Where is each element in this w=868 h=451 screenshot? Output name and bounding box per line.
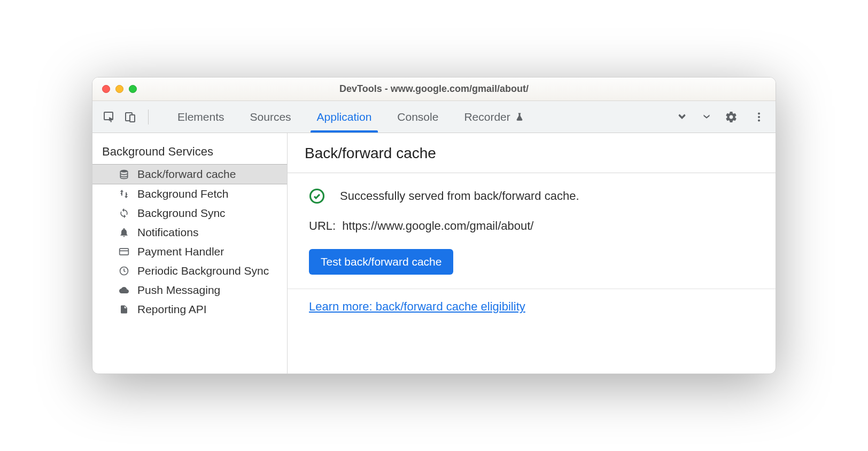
learn-more-section: Learn more: back/forward cache eligibili… [288,289,776,324]
sidebar-item-label: Back/forward cache [137,168,236,181]
url-label: URL: [309,219,336,233]
panel-tabs: Elements Sources Application Console Rec… [165,101,537,133]
transfer-icon [118,188,130,200]
sidebar-item-notifications[interactable]: Notifications [92,223,287,242]
sidebar-item-periodic-sync[interactable]: Periodic Background Sync [92,261,287,281]
svg-rect-7 [120,248,129,255]
bell-icon [118,227,130,238]
sidebar-item-label: Payment Handler [137,245,224,258]
tab-label: Elements [177,111,224,123]
status-row: Successfully served from back/forward ca… [309,188,754,204]
flask-icon [515,112,524,122]
button-label: Test back/forward cache [321,255,441,268]
sidebar-item-label: Background Sync [137,207,226,220]
panel-content: Background Services Back/forward cache B… [92,133,776,374]
tab-label: Console [397,111,438,123]
check-circle-icon [309,188,325,204]
devtools-toolbar: Elements Sources Application Console Rec… [92,101,776,133]
learn-more-link[interactable]: Learn more: back/forward cache eligibili… [309,300,525,313]
url-value: https://www.google.com/gmail/about/ [342,219,533,233]
sidebar-item-push-messaging[interactable]: Push Messaging [92,281,287,300]
minimize-window-button[interactable] [115,85,123,93]
database-icon [118,168,130,180]
svg-point-4 [758,115,760,118]
tab-elements[interactable]: Elements [165,101,237,133]
zoom-window-button[interactable] [129,85,137,93]
tab-label: Sources [250,111,291,123]
toolbar-separator [148,110,149,125]
kebab-menu-icon[interactable] [750,108,768,126]
panel-heading: Back/forward cache [288,133,776,173]
main-panel: Back/forward cache Successfully served f… [288,133,776,374]
clock-icon [118,265,130,277]
more-tabs-icon[interactable] [673,108,691,126]
svg-point-5 [758,119,760,121]
url-row: URL: https://www.google.com/gmail/about/ [309,219,754,233]
sidebar-item-payment-handler[interactable]: Payment Handler [92,242,287,261]
inspect-element-icon[interactable] [100,108,118,126]
status-message: Successfully served from back/forward ca… [340,189,579,203]
svg-point-6 [120,170,127,173]
tab-label: Application [317,111,372,123]
sidebar-item-label: Push Messaging [137,284,220,297]
tab-sources[interactable]: Sources [237,101,304,133]
sidebar-item-label: Reporting API [137,303,207,316]
application-sidebar: Background Services Back/forward cache B… [92,133,288,374]
test-bfcache-button[interactable]: Test back/forward cache [309,249,453,275]
tab-label: Recorder [464,111,510,123]
sync-icon [118,207,130,219]
close-window-button[interactable] [102,85,110,93]
file-icon [118,304,130,315]
tab-recorder[interactable]: Recorder [451,101,537,133]
sidebar-item-label: Notifications [137,226,198,239]
window-controls [92,85,137,93]
settings-gear-icon[interactable] [722,108,740,126]
svg-rect-2 [130,115,135,122]
more-tabs-chevron-icon[interactable] [701,111,712,123]
window-title: DevTools - www.google.com/gmail/about/ [92,83,776,95]
sidebar-section-header: Background Services [92,141,287,164]
sidebar-item-reporting-api[interactable]: Reporting API [92,300,287,319]
tab-application[interactable]: Application [304,101,385,133]
sidebar-item-background-sync[interactable]: Background Sync [92,204,287,223]
sidebar-item-label: Periodic Background Sync [137,265,269,277]
tab-console[interactable]: Console [384,101,451,133]
device-toggle-icon[interactable] [121,108,140,126]
sidebar-item-label: Background Fetch [137,188,228,200]
devtools-window: DevTools - www.google.com/gmail/about/ E… [92,77,776,374]
sidebar-item-bfcache[interactable]: Back/forward cache [92,164,287,184]
credit-card-icon [118,246,130,258]
sidebar-item-background-fetch[interactable]: Background Fetch [92,184,287,204]
svg-point-3 [758,112,760,114]
cloud-icon [118,284,130,296]
titlebar: DevTools - www.google.com/gmail/about/ [92,77,776,101]
bfcache-status-section: Successfully served from back/forward ca… [288,173,776,289]
